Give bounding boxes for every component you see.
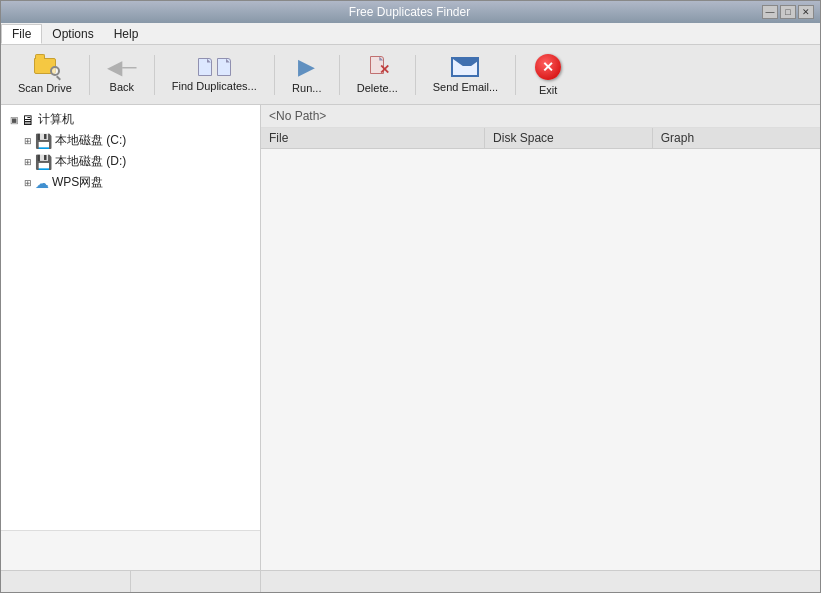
- sep5: [415, 55, 416, 95]
- window-controls: — □ ✕: [762, 5, 814, 19]
- back-button[interactable]: ◀─ Back: [92, 49, 152, 101]
- scan-drive-button[interactable]: Scan Drive: [3, 49, 87, 101]
- status-bar: [1, 570, 820, 592]
- file-table: File Disk Space Graph: [261, 128, 820, 570]
- back-icon: ◀─: [107, 57, 136, 77]
- tree-item-d[interactable]: ⊞ 💾 本地磁盘 (D:): [19, 151, 256, 172]
- right-panel: <No Path> File Disk Space Graph: [261, 105, 820, 570]
- delete-icon: ✕: [370, 56, 384, 78]
- scan-drive-label: Scan Drive: [18, 82, 72, 94]
- computer-icon: 🖥: [21, 112, 35, 128]
- exit-icon: ✕: [535, 54, 561, 80]
- col-disk-space[interactable]: Disk Space: [485, 128, 653, 149]
- c-expand-icon[interactable]: ⊞: [21, 136, 35, 146]
- disk-d-icon: 💾: [35, 154, 52, 170]
- tree-root[interactable]: ▣ 🖥 计算机: [5, 109, 256, 130]
- disk-c-label: 本地磁盘 (C:): [55, 132, 126, 149]
- back-label: Back: [110, 81, 134, 93]
- send-email-button[interactable]: Send Email...: [418, 49, 513, 101]
- tree-children: ⊞ 💾 本地磁盘 (C:) ⊞ 💾 本地磁盘 (D:) ⊞ ☁ WPS网: [19, 130, 256, 193]
- exit-button[interactable]: ✕ Exit: [518, 49, 578, 101]
- table-header: File Disk Space Graph: [261, 128, 820, 149]
- window-title: Free Duplicates Finder: [57, 5, 762, 19]
- delete-label: Delete...: [357, 82, 398, 94]
- sep6: [515, 55, 516, 95]
- disk-d-label: 本地磁盘 (D:): [55, 153, 126, 170]
- menu-file[interactable]: File: [1, 24, 42, 44]
- send-email-label: Send Email...: [433, 81, 498, 93]
- col-file[interactable]: File: [261, 128, 485, 149]
- status-section-2: [131, 571, 261, 592]
- scan-drive-icon: [34, 56, 56, 78]
- close-button[interactable]: ✕: [798, 5, 814, 19]
- run-label: Run...: [292, 82, 321, 94]
- root-expand-icon[interactable]: ▣: [7, 115, 21, 125]
- sep2: [154, 55, 155, 95]
- menu-bar: File Options Help: [1, 23, 820, 45]
- menu-options[interactable]: Options: [42, 23, 103, 44]
- minimize-button[interactable]: —: [762, 5, 778, 19]
- tree-item-c[interactable]: ⊞ 💾 本地磁盘 (C:): [19, 130, 256, 151]
- find-duplicates-button[interactable]: Find Duplicates...: [157, 49, 272, 101]
- maximize-button[interactable]: □: [780, 5, 796, 19]
- sep1: [89, 55, 90, 95]
- delete-button[interactable]: ✕ Delete...: [342, 49, 413, 101]
- find-duplicates-icon: [198, 58, 231, 76]
- status-section-1: [1, 571, 131, 592]
- path-display: <No Path>: [261, 105, 820, 128]
- main-window: Free Duplicates Finder — □ ✕ File Option…: [0, 0, 821, 593]
- tree-bottom-bar: [1, 530, 260, 570]
- results-table: File Disk Space Graph: [261, 128, 820, 149]
- send-email-icon: [451, 57, 479, 77]
- title-bar: Free Duplicates Finder — □ ✕: [1, 1, 820, 23]
- wps-label: WPS网盘: [52, 174, 103, 191]
- col-graph[interactable]: Graph: [652, 128, 820, 149]
- tree-item-wps[interactable]: ⊞ ☁ WPS网盘: [19, 172, 256, 193]
- d-expand-icon[interactable]: ⊞: [21, 157, 35, 167]
- run-icon: ▶: [298, 56, 315, 78]
- main-area: ▣ 🖥 计算机 ⊞ 💾 本地磁盘 (C:) ⊞ 💾 本地磁盘 (: [1, 105, 820, 570]
- sep4: [339, 55, 340, 95]
- sep3: [274, 55, 275, 95]
- menu-help[interactable]: Help: [104, 23, 149, 44]
- tree-content: ▣ 🖥 计算机 ⊞ 💾 本地磁盘 (C:) ⊞ 💾 本地磁盘 (: [1, 105, 260, 530]
- exit-label: Exit: [539, 84, 557, 96]
- run-button[interactable]: ▶ Run...: [277, 49, 337, 101]
- disk-c-icon: 💾: [35, 133, 52, 149]
- wps-cloud-icon: ☁: [35, 175, 49, 191]
- tree-panel: ▣ 🖥 计算机 ⊞ 💾 本地磁盘 (C:) ⊞ 💾 本地磁盘 (: [1, 105, 261, 570]
- status-section-3: [261, 571, 820, 592]
- root-label: 计算机: [38, 111, 74, 128]
- find-duplicates-label: Find Duplicates...: [172, 80, 257, 92]
- wps-expand-icon[interactable]: ⊞: [21, 178, 35, 188]
- toolbar: Scan Drive ◀─ Back Find Duplicates... ▶ …: [1, 45, 820, 105]
